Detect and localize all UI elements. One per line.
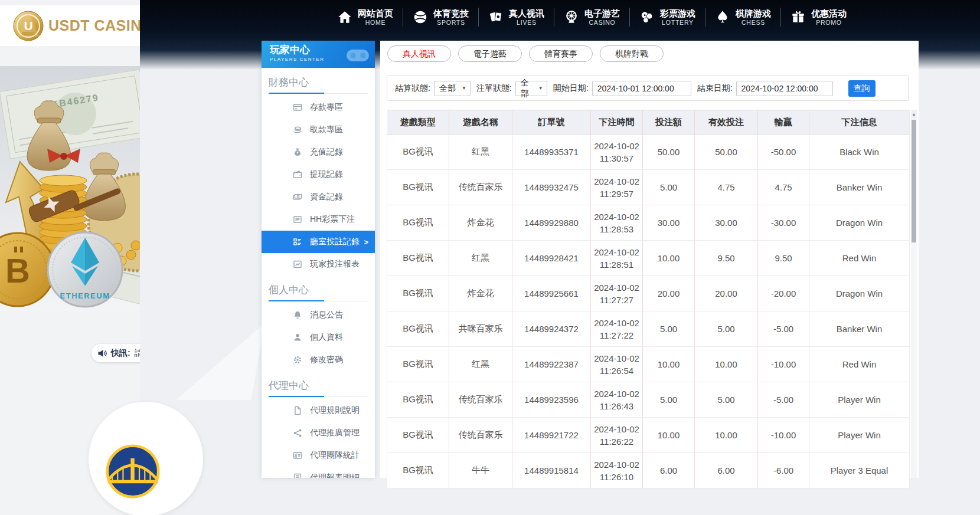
column-header: 遊戲類型 [387, 110, 449, 135]
start-date-label: 開始日期: [553, 83, 589, 94]
bridge-logo-icon [106, 444, 160, 498]
chevron-down-icon: ▼ [462, 86, 466, 91]
cell-order-no: 14489915814 [512, 453, 591, 488]
wallet-icon [293, 170, 302, 179]
sidebar-item-agent-promotion[interactable]: 代理推廣管理 [262, 422, 375, 444]
cell-game-type: BG视讯 [387, 135, 449, 170]
table-row: BG视讯 红黑 14489922387 2024-10-02 11:26:54 … [387, 347, 910, 382]
sidebar-item-announcements[interactable]: 消息公告 [262, 304, 375, 326]
cell-win-loss: -5.00 [758, 311, 809, 347]
column-header: 下注信息 [809, 110, 910, 135]
cell-valid-bet: 30.00 [695, 205, 758, 241]
cell-valid-bet: 20.00 [695, 276, 758, 311]
table-scrollbar[interactable]: ▲ [911, 110, 917, 478]
gear-icon [293, 355, 302, 365]
gamepad-icon [345, 45, 370, 65]
cell-bet-amount: 20.00 [643, 276, 695, 311]
share-icon [293, 428, 302, 438]
cards-icon [488, 9, 504, 25]
cell-game-type: BG视讯 [387, 311, 449, 347]
cell-valid-bet: 9.50 [695, 241, 758, 276]
sidebar-section-agent: 代理中心 [262, 371, 375, 399]
roulette-icon [564, 9, 579, 25]
cell-game-name: 红黑 [449, 135, 512, 170]
sidebar-item-player-bet-report[interactable]: 玩家投注報表 [262, 253, 375, 275]
sidebar-item-withdraw-record[interactable]: 提現記錄 [262, 163, 375, 186]
search-button[interactable]: 查詢 [848, 80, 876, 97]
section-underline [269, 93, 368, 94]
cell-game-type: BG视讯 [387, 382, 449, 418]
sidebar-item-deposit[interactable]: 存款專區 [262, 96, 375, 119]
cell-game-type: BG视讯 [387, 347, 449, 382]
sidebar-item-change-password[interactable]: 修改密碼 [262, 349, 375, 371]
sidebar-item-recharge-record[interactable]: 充值記錄 [262, 141, 375, 163]
scroll-up-button[interactable]: ▲ [911, 110, 917, 119]
end-date-input[interactable] [736, 81, 833, 96]
svg-text:B: B [5, 251, 30, 290]
filter-bar: 結算狀態: 全部 ▼ 注單狀態: 全部 ▼ 開始日期: 結束日期: 查詢 [387, 76, 909, 101]
section-underline [269, 301, 368, 301]
table-row: BG视讯 炸金花 14489925661 2024-10-02 11:27:27… [387, 276, 910, 311]
nav-item-lottery[interactable]: 彩票游戏LOTTERY [630, 8, 705, 27]
cell-game-name: 红黑 [449, 241, 512, 276]
sidebar-item-agent-team-stats[interactable]: 代理團隊統計 [262, 444, 375, 467]
bank-card-icon [293, 103, 302, 112]
game-category-tabs: 真人視訊 電子遊藝 體育賽事 棋牌對戰 [387, 45, 664, 62]
cell-bet-time: 2024-10-02 11:28:53 [591, 205, 643, 241]
cell-valid-bet: 6.00 [695, 453, 758, 488]
sidebar-item-agent-report-detail[interactable]: 代理報表明細 [262, 467, 375, 478]
chevron-right-icon: > [364, 238, 368, 247]
sidebar-item-room-bet-records[interactable]: 廳室投註記錄 > [262, 231, 375, 253]
marquee-text: 請 [135, 348, 140, 359]
brand-logo[interactable]: U USDT CASINO [0, 5, 140, 46]
cell-bet-time: 2024-10-02 11:30:57 [591, 135, 643, 170]
sidebar-item-profile[interactable]: 個人資料 [262, 326, 375, 349]
cell-order-no: 14489928421 [512, 241, 591, 276]
order-status-select[interactable]: 全部 ▼ [515, 81, 547, 96]
nav-item-casino[interactable]: 电子游艺CASINO [554, 8, 629, 27]
column-header: 遊戲名稱 [449, 110, 512, 135]
tab-electronic-games[interactable]: 電子遊藝 [458, 45, 522, 62]
nav-item-promo[interactable]: 优惠活动PROMO [781, 8, 856, 27]
person-icon [293, 333, 302, 342]
cell-order-no: 14489924372 [512, 311, 591, 347]
cell-game-name: 炸金花 [449, 276, 512, 311]
cell-bet-info: Dragon Win [809, 276, 910, 311]
sidebar-section-finance: 財務中心 [262, 68, 375, 96]
sidebar-item-agent-rules[interactable]: 代理規則說明 [262, 399, 375, 422]
sidebar-item-hh-lottery-bets[interactable]: HH彩票下注 [262, 208, 375, 231]
cell-win-loss: -50.00 [758, 135, 809, 170]
scrollbar-thumb[interactable] [912, 120, 916, 242]
cell-win-loss: 9.50 [758, 241, 809, 276]
tab-live-video[interactable]: 真人視訊 [387, 45, 451, 62]
document-icon [293, 406, 302, 415]
cell-win-loss: -10.00 [758, 418, 809, 453]
cell-bet-info: Player Win [809, 418, 910, 453]
table-row: BG视讯 牛牛 14489915814 2024-10-02 11:26:10 … [387, 453, 910, 488]
column-header: 有效投注 [695, 110, 758, 135]
settle-status-select[interactable]: 全部 ▼ [434, 81, 471, 96]
cell-bet-time: 2024-10-02 11:27:22 [591, 311, 643, 347]
player-center-sidebar: 玩家中心 PLAYERS CENTER 財務中心 存款專區 取款專區 充值記錄 … [262, 41, 375, 478]
column-header: 輸贏 [758, 110, 809, 135]
tab-chess-battle[interactable]: 棋牌對戰 [600, 45, 664, 62]
tab-sports-events[interactable]: 體育賽事 [529, 45, 593, 62]
nav-item-home[interactable]: 网站首页HOME [328, 8, 403, 27]
nav-item-lives[interactable]: 真人视讯LIVES [479, 8, 554, 27]
id-card-icon [293, 451, 302, 460]
nav-item-sports[interactable]: 体育竞技SPORTS [403, 8, 478, 27]
sidebar-item-withdraw[interactable]: 取款專區 [262, 119, 375, 141]
cell-bet-time: 2024-10-02 11:26:10 [591, 453, 643, 488]
chart-box-icon [293, 260, 302, 269]
start-date-input[interactable] [592, 81, 691, 96]
sidebar-item-funds-record[interactable]: 資金記錄 [262, 186, 375, 208]
cell-game-type: BG视讯 [387, 170, 449, 205]
cell-bet-time: 2024-10-02 11:26:43 [591, 382, 643, 418]
settle-status-label: 結算狀態: [395, 83, 430, 94]
cell-valid-bet: 5.00 [695, 311, 758, 347]
cell-order-no: 14489925661 [512, 276, 591, 311]
nav-item-chess[interactable]: 棋牌游戏CHESS [705, 8, 780, 27]
bell-icon [293, 310, 302, 320]
cell-bet-time: 2024-10-02 11:29:57 [591, 170, 643, 205]
chevron-down-icon: ▼ [538, 86, 543, 91]
